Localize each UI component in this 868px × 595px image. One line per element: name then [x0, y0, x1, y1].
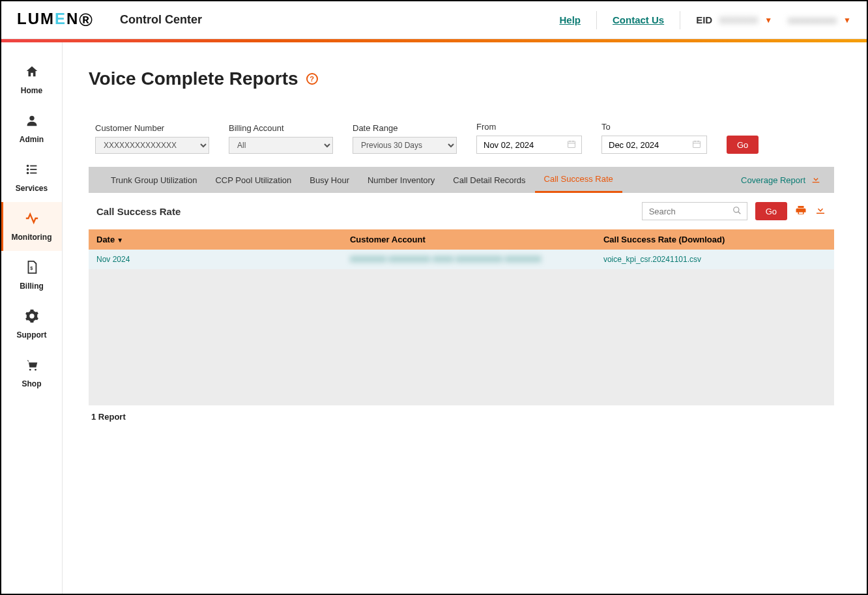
eid-dropdown[interactable]: EID XXXXXX ▼ — [696, 14, 772, 25]
sidebar-item-home[interactable]: Home — [1, 55, 62, 104]
contact-link[interactable]: Contact Us — [613, 14, 664, 25]
svg-rect-2 — [30, 166, 36, 167]
section-header: Call Success Rate Go — [89, 193, 834, 229]
date-range-label: Date Range — [353, 123, 457, 133]
sort-desc-icon: ▼ — [117, 237, 123, 244]
customer-number-label: Customer Number — [95, 123, 209, 133]
table-row: Nov 2024 XXXXXXX XXXXXXXX XXXX XXXXXXXXX… — [89, 250, 834, 269]
calendar-icon[interactable] — [687, 139, 706, 151]
to-label: To — [601, 122, 707, 132]
svg-rect-14 — [693, 141, 701, 147]
download-icon — [811, 174, 821, 186]
tab-call-detail[interactable]: Call Detail Records — [444, 167, 534, 193]
section-title: Call Success Rate — [96, 206, 181, 217]
help-icon[interactable]: ? — [306, 73, 318, 85]
coverage-report-link[interactable]: Coverage Report — [741, 174, 821, 186]
sidebar-item-shop[interactable]: Shop — [1, 349, 62, 398]
logo: LUMEN® — [17, 10, 94, 31]
col-account[interactable]: Customer Account — [342, 229, 596, 250]
search-go-button[interactable]: Go — [755, 202, 787, 220]
print-icon[interactable] — [795, 204, 807, 219]
svg-rect-10 — [568, 141, 575, 147]
profile-value: xxxxxxxxxx — [788, 14, 837, 25]
from-label: From — [476, 122, 582, 132]
svg-point-3 — [26, 168, 29, 171]
result-count: 1 Report — [89, 405, 834, 428]
sidebar-item-label: Billing — [20, 282, 44, 291]
list-icon — [25, 162, 39, 180]
sidebar-item-billing[interactable]: $ Billing — [1, 251, 62, 300]
invoice-icon: $ — [25, 260, 39, 278]
chevron-down-icon: ▼ — [843, 16, 851, 25]
billing-account-label: Billing Account — [229, 123, 333, 133]
sidebar-item-label: Shop — [22, 379, 42, 388]
svg-text:$: $ — [30, 265, 33, 271]
eid-value: XXXXXX — [719, 14, 758, 25]
page-title: Voice Complete Reports — [89, 68, 298, 89]
user-icon — [25, 113, 39, 131]
to-date-input[interactable] — [602, 136, 687, 153]
sidebar-item-monitoring[interactable]: Monitoring — [1, 202, 62, 251]
activity-icon — [25, 211, 39, 229]
tab-number-inventory[interactable]: Number Inventory — [358, 167, 444, 193]
billing-account-select[interactable]: All — [229, 137, 333, 154]
profile-dropdown[interactable]: xxxxxxxxxx ▼ — [788, 14, 851, 25]
top-bar: LUMEN® Control Center Help Contact Us EI… — [1, 1, 867, 39]
date-range-select[interactable]: Previous 30 Days — [353, 137, 457, 154]
download-icon[interactable] — [815, 204, 826, 219]
col-rate[interactable]: Call Success Rate (Download) — [596, 229, 834, 250]
svg-point-0 — [29, 116, 34, 121]
chevron-down-icon: ▼ — [764, 16, 772, 25]
customer-number-select[interactable]: XXXXXXXXXXXXXX — [95, 137, 209, 154]
tab-trunk-group[interactable]: Trunk Group Utilization — [102, 167, 206, 193]
sidebar-item-label: Monitoring — [12, 233, 52, 242]
sidebar-item-support[interactable]: Support — [1, 300, 62, 349]
download-link[interactable]: voice_kpi_csr.20241101.csv — [603, 255, 701, 264]
sidebar: Home Admin Services Monitoring $ Billing — [1, 42, 63, 594]
home-icon — [25, 65, 39, 82]
app-name: Control Center — [120, 13, 202, 27]
date-link[interactable]: Nov 2024 — [96, 255, 130, 264]
col-date[interactable]: Date▼ — [89, 229, 342, 250]
svg-point-18 — [733, 207, 738, 212]
filter-bar: Customer Number XXXXXXXXXXXXXX Billing A… — [89, 122, 834, 154]
tab-call-success-rate[interactable]: Call Success Rate — [535, 167, 622, 193]
sidebar-item-label: Admin — [20, 135, 44, 144]
search-icon[interactable] — [727, 206, 747, 217]
eid-label: EID — [696, 14, 712, 25]
svg-line-19 — [738, 211, 740, 214]
cart-icon — [25, 358, 39, 375]
svg-point-5 — [26, 172, 29, 175]
svg-rect-4 — [30, 169, 36, 170]
help-link[interactable]: Help — [559, 14, 581, 25]
svg-rect-6 — [30, 173, 36, 174]
search-input[interactable] — [643, 203, 727, 220]
tab-bar: Trunk Group Utilization CCP Pool Utiliza… — [89, 167, 834, 193]
main-content: Voice Complete Reports ? Customer Number… — [63, 42, 867, 594]
tab-busy-hour[interactable]: Busy Hour — [300, 167, 358, 193]
sidebar-item-label: Services — [16, 184, 48, 193]
svg-point-8 — [29, 369, 31, 371]
sidebar-item-label: Home — [21, 86, 42, 95]
gear-icon — [25, 309, 39, 327]
sidebar-item-admin[interactable]: Admin — [1, 104, 62, 153]
calendar-icon[interactable] — [562, 139, 581, 151]
svg-point-9 — [35, 369, 36, 371]
results-table: Date▼ Customer Account Call Success Rate… — [89, 229, 834, 405]
sidebar-item-services[interactable]: Services — [1, 153, 62, 202]
filter-go-button[interactable]: Go — [727, 136, 759, 154]
from-date-input[interactable] — [477, 136, 562, 153]
sidebar-item-label: Support — [17, 330, 47, 340]
tab-ccp-pool[interactable]: CCP Pool Utilization — [206, 167, 300, 193]
account-value: XXXXXXX XXXXXXXX XXXX XXXXXXXXX XXXXXXX — [350, 255, 541, 264]
svg-point-1 — [26, 165, 29, 167]
